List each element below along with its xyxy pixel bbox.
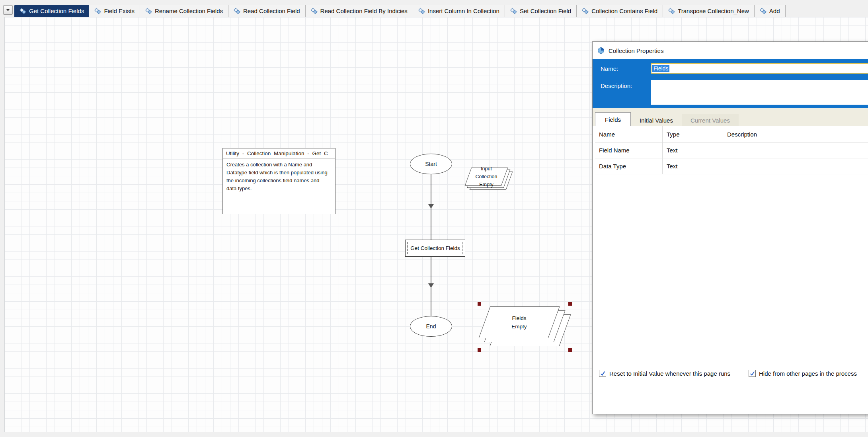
page-diamond-icon xyxy=(94,8,101,14)
description-input[interactable] xyxy=(651,80,868,105)
note-stage[interactable]: Utility - Collection Manipulation - Get … xyxy=(222,148,335,214)
column-header-description[interactable]: Description xyxy=(723,126,868,142)
field-type-cell: Text xyxy=(663,158,723,174)
end-label: End xyxy=(426,323,436,330)
checkmark-icon xyxy=(749,371,755,376)
field-name-cell: Data Type xyxy=(595,158,663,174)
page-tab-label: Rename Collection Fields xyxy=(155,8,223,14)
window-bottom-strip xyxy=(0,432,868,437)
dialog-title: Collection Properties xyxy=(609,47,663,54)
page-diamond-icon xyxy=(234,8,240,14)
page-tab-label: Transpose Collection_New xyxy=(678,8,749,14)
selection-handle[interactable] xyxy=(568,348,572,352)
collection-label: Input Collection Empty xyxy=(468,164,505,189)
page-diamond-icon xyxy=(145,8,152,14)
collection-stage-fields[interactable]: Fields Empty xyxy=(484,306,576,354)
page-tabs: Get Collection Fields Field Exists Renam… xyxy=(14,5,786,17)
page-tab[interactable]: Set Collection Field xyxy=(505,5,577,17)
end-stage[interactable]: End xyxy=(410,316,452,337)
dialog-tab-label: Current Values xyxy=(690,117,730,124)
checkbox-box xyxy=(599,370,606,377)
field-description-cell xyxy=(723,158,868,174)
checkbox-box xyxy=(749,370,756,377)
table-row[interactable]: Field Name Text xyxy=(595,142,868,158)
stage-label: Get Collection Fields xyxy=(410,245,460,251)
page-tab-label: Read Collection Field By Indicies xyxy=(320,8,408,14)
note-body: Creates a collection with a Name and Dat… xyxy=(223,158,333,195)
name-input[interactable]: Fields xyxy=(651,63,868,74)
selection-handle[interactable] xyxy=(478,302,481,306)
table-row[interactable]: Data Type Text xyxy=(595,158,868,174)
tab-bar: Get Collection Fields Field Exists Renam… xyxy=(0,0,868,17)
collection-label-line: Fields xyxy=(512,314,526,322)
column-header-type[interactable]: Type xyxy=(663,126,723,142)
page-tab[interactable]: Add xyxy=(755,5,786,17)
page-tab[interactable]: Collection Contains Field xyxy=(577,5,663,17)
link-arrow-icon xyxy=(428,204,434,209)
page-tab-label: Get Collection Fields xyxy=(29,8,84,14)
tab-list-dropdown-button[interactable] xyxy=(3,5,13,15)
page-diamond-icon xyxy=(510,8,517,14)
field-type-cell: Text xyxy=(663,142,723,158)
page-diamond-icon xyxy=(582,8,589,14)
page-tab[interactable]: Field Exists xyxy=(89,5,140,17)
checkbox-hide-from-other-pages[interactable]: Hide from other pages in the process xyxy=(749,370,857,377)
page-diamond-icon xyxy=(311,8,318,14)
page-diamond-icon xyxy=(760,8,767,14)
column-header-name[interactable]: Name xyxy=(595,126,663,142)
dialog-tab-label: Initial Values xyxy=(640,117,673,124)
collection-properties-dialog: Collection Properties Name: Fields Descr… xyxy=(592,41,868,414)
collection-label: Fields Empty xyxy=(484,306,554,338)
dialog-tab-label: Fields xyxy=(605,116,621,123)
collection-label-line: Empty xyxy=(479,181,493,189)
selection-handle[interactable] xyxy=(568,302,572,306)
collection-stage-input[interactable]: Input Collection Empty xyxy=(468,168,520,198)
dropdown-caret-icon xyxy=(6,9,10,11)
page-diamond-icon xyxy=(668,8,675,14)
page-tab[interactable]: Insert Column In Collection xyxy=(413,5,505,17)
name-label: Name: xyxy=(601,65,618,72)
page-tab[interactable]: Transpose Collection_New xyxy=(663,5,755,17)
collection-label-line: Collection xyxy=(476,173,497,181)
dialog-options-row: Reset to Initial Value whenever this pag… xyxy=(593,370,868,382)
fields-table: Name Type Description Field Name Text Da… xyxy=(595,126,868,365)
collection-label-line: Empty xyxy=(511,322,527,331)
page-tab-label: Collection Contains Field xyxy=(591,8,657,14)
dialog-tab-strip: Fields Initial Values Current Values xyxy=(593,108,868,126)
name-input-selected-text: Fields xyxy=(652,65,669,72)
link-arrow-icon xyxy=(428,283,434,288)
field-name-cell: Field Name xyxy=(595,142,663,158)
checkbox-reset-initial-value[interactable]: Reset to Initial Value whenever this pag… xyxy=(599,370,730,377)
checkbox-label: Reset to Initial Value whenever this pag… xyxy=(609,370,730,377)
page-tab[interactable]: Read Collection Field By Indicies xyxy=(306,5,413,17)
checkbox-label: Hide from other pages in the process xyxy=(759,370,857,377)
page-tab-label: Field Exists xyxy=(104,8,135,14)
action-stage-get-collection-fields[interactable]: Get Collection Fields xyxy=(405,240,465,257)
checkmark-icon xyxy=(600,371,605,376)
dialog-tab-fields[interactable]: Fields xyxy=(595,112,631,126)
page-tab-label: Set Collection Field xyxy=(520,8,571,14)
field-description-cell xyxy=(723,142,868,158)
page-tab[interactable]: Read Collection Field xyxy=(228,5,306,17)
table-header-row: Name Type Description xyxy=(595,126,868,142)
app-window: Get Collection Fields Field Exists Renam… xyxy=(0,0,868,437)
page-diamond-icon xyxy=(20,8,26,14)
selection-handle[interactable] xyxy=(478,348,481,352)
page-diamond-icon xyxy=(418,8,425,14)
page-tab-label: Read Collection Field xyxy=(243,8,300,14)
collection-label-line: Input xyxy=(481,165,492,173)
dialog-header-panel: Name: Fields Description: xyxy=(593,59,868,108)
dialog-tab-initial-values[interactable]: Initial Values xyxy=(631,114,682,126)
page-tab-label: Insert Column In Collection xyxy=(428,8,499,14)
start-label: Start xyxy=(425,161,437,167)
page-tab[interactable]: Rename Collection Fields xyxy=(140,5,228,17)
page-tab-label: Add xyxy=(769,8,780,14)
page-tab[interactable]: Get Collection Fields xyxy=(14,5,89,17)
note-title: Utility - Collection Manipulation - Get … xyxy=(223,148,335,158)
dialog-tab-current-values[interactable]: Current Values xyxy=(682,114,739,126)
dialog-title-bar[interactable]: Collection Properties xyxy=(593,42,868,59)
description-label: Description: xyxy=(601,82,632,89)
start-stage[interactable]: Start xyxy=(410,154,452,174)
collection-icon xyxy=(597,47,605,54)
